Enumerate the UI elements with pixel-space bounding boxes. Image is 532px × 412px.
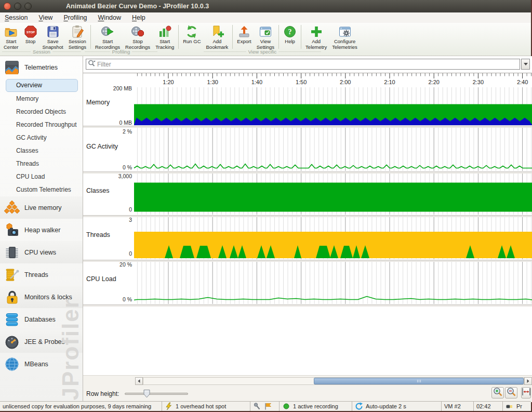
sidebar-subitem-gc-activity[interactable]: GC Activity (0, 131, 83, 144)
start-recordings-button[interactable]: Start Recordings (92, 24, 123, 50)
slider-track[interactable] (125, 393, 188, 395)
stop-button[interactable]: STOPStop (21, 24, 40, 45)
scale-min-gc-activity: 0 % (83, 164, 132, 170)
start-tracking-button[interactable]: Start Tracking (153, 24, 177, 50)
titlebar: Animated Bezier Curve Demo - JProfiler 1… (0, 0, 531, 12)
add-telemetry-icon (310, 24, 323, 38)
start-recordings-icon (101, 24, 114, 38)
svg-text:2:10: 2:10 (384, 79, 395, 85)
scrollbar-track[interactable] (143, 377, 524, 385)
window-controls (4, 3, 32, 10)
start-center-icon (4, 24, 18, 38)
minimize-button[interactable] (14, 3, 21, 10)
jprofiler-window: Animated Bezier Curve Demo - JProfiler 1… (0, 0, 532, 412)
status-overhead-hotspot-text: 1 overhead hot spot (176, 403, 226, 409)
slider-thumb[interactable] (143, 389, 150, 400)
telemetries-icon (4, 60, 20, 75)
status-profiling-status-text: Pr (516, 403, 522, 409)
mbeans-icon (4, 356, 20, 372)
scroll-right-button[interactable] (524, 377, 532, 385)
status-license-status-text: unlicensed copy for evaluation purposes,… (3, 403, 151, 409)
help-button[interactable]: ?Help (281, 24, 299, 45)
toolbar-buttons: Start CenterSTOPStopSave SnapshotSession… (0, 23, 531, 50)
svg-text:1:20: 1:20 (163, 79, 174, 85)
sidebar-item-live-memory[interactable]: Live memory (0, 196, 83, 219)
telemetry-overview: 1:201:301:401:502:002:102:202:302:40 200… (83, 73, 532, 308)
window-title: Animated Bezier Curve Demo - JProfiler 1… (66, 3, 209, 10)
sidebar-subitem-threads[interactable]: Threads (0, 157, 83, 170)
run-gc-label: Run GC (183, 38, 201, 44)
filter-input[interactable] (96, 60, 518, 69)
menu-session[interactable]: Session (5, 14, 28, 21)
jprofiler-watermark: JProfiler (58, 298, 83, 401)
cpu-views-icon (4, 245, 20, 260)
export-button[interactable]: Export (234, 24, 254, 45)
add-bookmark-button[interactable]: Add Bookmark (204, 24, 231, 50)
menu-help[interactable]: Help (132, 14, 145, 21)
databases-icon (4, 312, 20, 327)
chart-labels: 200 MB0 MBMemory2 %0 %GC Activity3,0000C… (83, 73, 134, 308)
status-vm-number: VM #2 (442, 402, 474, 411)
fit-width-button[interactable] (521, 387, 531, 398)
bottom-panel: Row height: (83, 375, 532, 402)
sidebar-item-heap-walker[interactable]: Heap walker (0, 219, 83, 241)
auto-update-icon (355, 402, 363, 410)
zoom-out-icon (506, 387, 516, 399)
scrollbar-thumb[interactable] (314, 378, 524, 384)
stop-recordings-button[interactable]: Stop Recordings (123, 24, 153, 50)
scroll-left-button[interactable] (135, 377, 143, 385)
svg-text:2:40: 2:40 (517, 79, 528, 85)
scale-max-cpu-load: 20 % (83, 261, 132, 268)
run-gc-button[interactable]: Run GC (180, 24, 203, 45)
status-clock-text: 02:42 (476, 403, 491, 409)
status-active-recording: 1 active recording (280, 402, 352, 411)
row-label-gc-activity: GC Activity (86, 143, 118, 150)
row-height-slider[interactable] (125, 388, 188, 400)
live-memory-icon (4, 200, 20, 216)
fit-width-icon (521, 387, 531, 399)
jee-probes-icon (4, 334, 20, 350)
sidebar-subitem-classes[interactable]: Classes (0, 144, 83, 157)
maximize-button[interactable] (24, 3, 32, 10)
plug-icon (506, 402, 514, 410)
scale-min-classes: 0 (83, 206, 132, 212)
zoom-in-button[interactable] (491, 387, 504, 398)
sidebar-subitem-custom-telemetries[interactable]: Custom Telemetries (0, 183, 83, 196)
menu-window[interactable]: Window (98, 14, 121, 21)
add-telemetry-button[interactable]: Add Telemetry (303, 24, 329, 50)
sidebar-item-telemetries[interactable]: Telemetries (0, 56, 83, 78)
sidebar-item-cpu-views[interactable]: CPU views (0, 241, 83, 263)
session-settings-button[interactable]: Session Settings (66, 24, 89, 50)
sidebar-subitem-recorded-objects[interactable]: Recorded Objects (0, 105, 83, 118)
sidebar-item-threads[interactable]: Threads (0, 263, 83, 286)
sidebar-subitem-overview[interactable]: Overview (6, 79, 78, 92)
search-icon[interactable] (88, 59, 96, 70)
scale-max-gc-activity: 2 % (83, 128, 132, 135)
sidebar-subitem-memory[interactable]: Memory (0, 92, 83, 105)
overhead-icon (165, 402, 173, 410)
svg-text:2:30: 2:30 (473, 79, 484, 85)
status-overhead-hotspot: 1 overhead hot spot (162, 402, 250, 411)
close-button[interactable] (4, 3, 11, 10)
configure-telemetries-button[interactable]: Configure Telemetries (329, 24, 360, 50)
horizontal-scrollbar (83, 377, 532, 385)
toolbar-group-session: Session (2, 49, 81, 55)
zoom-out-button[interactable] (505, 387, 517, 398)
statusbar: unlicensed copy for evaluation purposes,… (0, 401, 531, 411)
sidebar-subitem-recorded-throughput[interactable]: Recorded Throughput (0, 118, 83, 131)
menu-profiling[interactable]: Profiling (63, 14, 87, 21)
start-center-button[interactable]: Start Center (1, 24, 21, 50)
sidebar-subitem-cpu-load[interactable]: CPU Load (0, 170, 83, 183)
sidebar-item-label: Threads (24, 271, 48, 278)
view-settings-button[interactable]: View Settings (254, 24, 277, 50)
filter-dropdown-button[interactable] (521, 59, 530, 70)
menu-view[interactable]: View (38, 14, 52, 21)
svg-text:1:30: 1:30 (207, 79, 218, 85)
row-label-cpu-load: CPU Load (86, 275, 116, 283)
menubar: SessionViewProfilingWindowHelp (0, 12, 531, 23)
flag-icon (264, 402, 272, 410)
content-area: 1:201:301:401:502:002:102:202:302:40 200… (83, 56, 532, 402)
save-snapshot-button[interactable]: Save Snapshot (40, 24, 66, 50)
row-label-threads: Threads (86, 231, 110, 238)
sidebar-item-label: Live memory (24, 204, 62, 211)
